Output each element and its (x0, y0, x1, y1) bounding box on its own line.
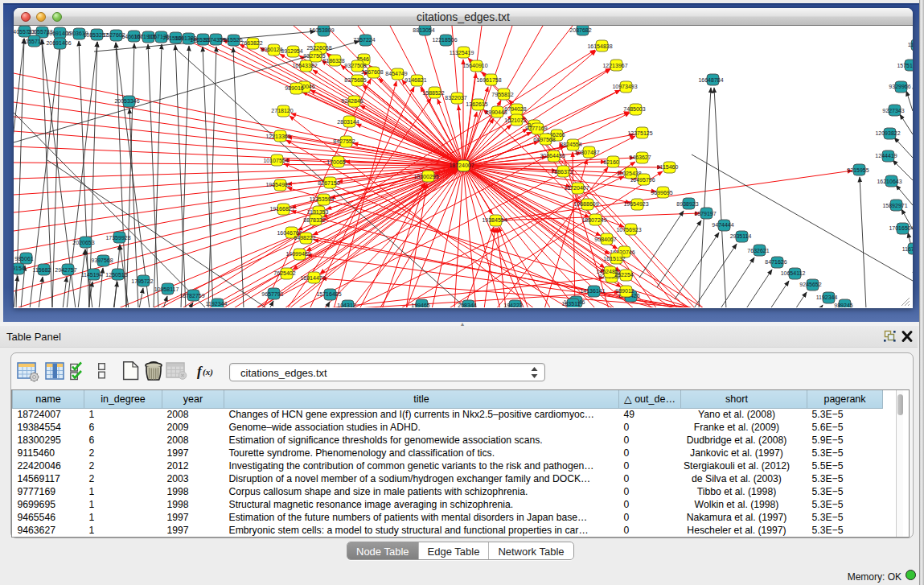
svg-text:8427552: 8427552 (333, 138, 355, 144)
svg-text:8960124: 8960124 (261, 47, 282, 52)
svg-text:15716485: 15716485 (316, 291, 341, 297)
svg-text:7632621: 7632621 (747, 248, 769, 253)
svg-text:989016: 989016 (285, 85, 303, 91)
svg-text:9777169: 9777169 (525, 126, 547, 131)
svg-text:985061: 985061 (14, 256, 33, 262)
svg-text:9146821: 9146821 (405, 77, 426, 83)
svg-text:8938923: 8938923 (676, 201, 698, 207)
svg-text:6794028: 6794028 (504, 106, 526, 112)
svg-text:8878332: 8878332 (303, 217, 325, 223)
svg-text:16495796: 16495796 (630, 177, 655, 183)
svg-text:6879197: 6879197 (694, 211, 716, 216)
svg-text:10756923: 10756923 (616, 227, 641, 233)
svg-text:17016504: 17016504 (889, 225, 913, 231)
svg-text:2935114: 2935114 (730, 233, 752, 239)
svg-text:19654982: 19654982 (265, 182, 290, 187)
svg-text:9463627: 9463627 (629, 154, 651, 160)
svg-text:6498222: 6498222 (294, 235, 315, 241)
svg-text:2867608: 2867608 (361, 69, 383, 75)
svg-text:9657791: 9657791 (261, 291, 283, 297)
svg-text:1621072: 1621072 (504, 117, 526, 123)
svg-text:10654112: 10654112 (781, 270, 806, 276)
svg-text:2020653: 2020653 (72, 240, 94, 245)
svg-text:14136141: 14136141 (580, 288, 605, 294)
svg-text:8267150: 8267150 (318, 180, 339, 186)
svg-text:20691406: 20691406 (46, 40, 71, 46)
svg-text:11353594: 11353594 (310, 196, 335, 202)
svg-text:194223: 194223 (503, 303, 522, 307)
svg-text:16782759: 16782759 (179, 293, 204, 299)
svg-text:7485003: 7485003 (623, 106, 645, 112)
svg-text:12213967: 12213967 (602, 63, 627, 68)
svg-text:1167534: 1167534 (902, 246, 913, 252)
svg-text:3824554: 3824554 (560, 142, 581, 147)
svg-text:19654923: 19654923 (623, 201, 648, 207)
svg-text:7955812: 7955812 (491, 92, 513, 97)
svg-text:8186328: 8186328 (322, 58, 344, 64)
svg-text:2942757: 2942757 (55, 267, 76, 273)
svg-text:9397568: 9397568 (91, 257, 113, 263)
svg-text:18724007: 18724007 (449, 163, 474, 168)
svg-text:9115460: 9115460 (657, 164, 679, 170)
svg-text:7625402: 7625402 (273, 270, 295, 276)
svg-text:9699695: 9699695 (651, 190, 672, 196)
svg-text:16648784: 16648784 (698, 77, 723, 83)
svg-text:18807249: 18807249 (581, 217, 606, 223)
svg-text:8813054: 8813054 (413, 27, 434, 33)
svg-text:39154: 39154 (14, 266, 25, 271)
svg-text:16914479: 16914479 (300, 275, 325, 281)
svg-text:8471626: 8471626 (765, 259, 786, 265)
svg-text:9227343: 9227343 (882, 108, 904, 113)
svg-text:12218506: 12218506 (432, 37, 457, 43)
svg-text:7357224: 7357224 (353, 37, 375, 43)
svg-text:8912954: 8912954 (281, 48, 302, 54)
svg-text:9474444: 9474444 (712, 222, 733, 228)
svg-text:8454749: 8454749 (385, 71, 407, 76)
svg-text:9242848: 9242848 (341, 98, 363, 104)
svg-text:208344: 208344 (458, 303, 476, 307)
svg-text:7515526: 7515526 (220, 37, 242, 43)
svg-text:1362615: 1362615 (466, 101, 487, 107)
svg-text:15892971: 15892971 (882, 203, 907, 208)
svg-text:10807487: 10807487 (574, 150, 599, 155)
svg-text:10025438: 10025438 (616, 171, 641, 176)
svg-text:25226058: 25226058 (306, 45, 331, 51)
svg-text:19166827: 19166827 (269, 206, 294, 212)
svg-text:1588522: 1588522 (422, 90, 444, 96)
svg-text:10958117: 10958117 (154, 286, 179, 292)
svg-text:2718120: 2718120 (271, 108, 293, 113)
svg-text:16154838: 16154838 (587, 43, 612, 49)
svg-text:183511: 183511 (562, 301, 581, 307)
svg-text:10973493: 10973493 (612, 84, 637, 89)
svg-text:11325419: 11325419 (450, 50, 474, 56)
svg-text:19384554: 19384554 (482, 217, 507, 223)
svg-text:1795722: 1795722 (131, 278, 153, 284)
svg-text:1250513: 1250513 (105, 272, 127, 278)
svg-text:10107554: 10107554 (263, 158, 288, 163)
svg-text:17359928: 17359928 (105, 235, 130, 241)
svg-text:16961758: 16961758 (476, 77, 501, 83)
svg-text:1145194: 1145194 (81, 272, 103, 278)
svg-text:1192344: 1192344 (206, 301, 228, 307)
svg-text:16053809: 16053809 (309, 27, 334, 33)
svg-text:16543382: 16543382 (292, 63, 317, 68)
svg-text:7886372: 7886372 (551, 169, 573, 175)
svg-text:989245: 989245 (834, 303, 852, 307)
svg-text:7663822: 7663822 (240, 40, 262, 46)
svg-text:104312: 104312 (337, 303, 355, 307)
svg-text:2803144: 2803144 (337, 119, 359, 125)
svg-text:1192344: 1192344 (816, 295, 838, 300)
svg-text:115682: 115682 (33, 267, 51, 273)
svg-text:(x): (x) (203, 367, 213, 377)
svg-text:9327508: 9327508 (344, 63, 366, 68)
svg-text:9084067: 9084067 (594, 237, 616, 242)
svg-text:20053346: 20053346 (114, 98, 139, 104)
svg-text:11123: 11123 (908, 42, 913, 47)
svg-text:12213369: 12213369 (265, 134, 290, 139)
svg-text:252254: 252254 (614, 272, 633, 278)
svg-text:12375125: 12375125 (627, 130, 652, 136)
svg-text:6497568: 6497568 (533, 137, 555, 142)
svg-text:1615132: 1615132 (603, 256, 625, 262)
svg-text:14099469: 14099469 (285, 251, 310, 257)
svg-text:12093822: 12093822 (875, 130, 900, 136)
